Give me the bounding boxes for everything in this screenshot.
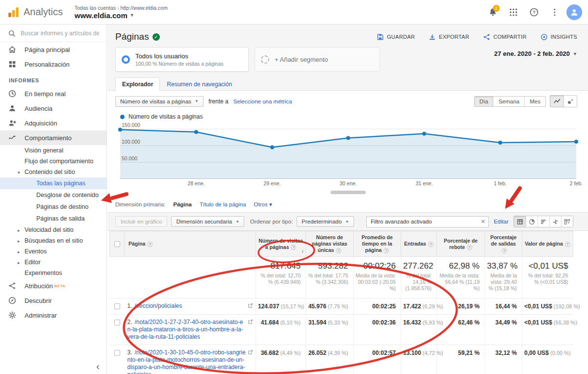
help-icon[interactable]: ? — [383, 248, 389, 253]
sidebar-item-experiments[interactable]: Experimentos — [0, 268, 106, 278]
segment-all-users[interactable]: Todos los usuarios 100,00 % Número de vi… — [115, 47, 249, 72]
page-link[interactable]: /nota/2020-1-30-10-45-0-otro-robo-sangri… — [128, 349, 246, 374]
sidebar: Página principal Personalización INFORME… — [0, 25, 107, 374]
row-checkbox[interactable] — [114, 303, 120, 309]
chevron-right-icon: ▸ — [18, 226, 20, 234]
granularity-week-button[interactable]: Semana — [493, 97, 524, 106]
column-header-unique-pageviews[interactable]: Número de páginas vistas únicas? — [306, 231, 354, 257]
account-switcher[interactable]: Todas las cuentas›http://www.eldia.com w… — [75, 5, 168, 20]
metric-percent: (4,39 %) — [326, 350, 348, 356]
dimension-page-title[interactable]: Título de la página — [200, 201, 246, 207]
help-icon[interactable]: ? — [428, 242, 434, 247]
plot-rows-button[interactable]: Incluir en gráfico — [115, 216, 167, 227]
metric-percent: (192,08 %) — [552, 303, 580, 309]
dimension-other[interactable]: Otros ▾ — [254, 201, 272, 208]
sidebar-item-acquisition[interactable]: Adquisición — [0, 116, 106, 130]
open-page-icon[interactable] — [248, 319, 253, 324]
avatar[interactable] — [566, 4, 582, 20]
apps-grid-button[interactable] — [505, 3, 522, 21]
granularity-day-button[interactable]: Día — [475, 97, 493, 106]
secondary-dimension-selector[interactable]: Dimensión secundaria ▼ — [171, 216, 244, 227]
open-page-icon[interactable] — [248, 303, 253, 308]
row-checkbox[interactable] — [114, 320, 120, 325]
sidebar-item-events[interactable]: ▸ Eventos — [0, 246, 106, 257]
sidebar-item-site-content[interactable]: ▾ Contenido del sitio — [0, 167, 106, 177]
page-link[interactable]: /nota/2020-1-27-2-37-40-otro-asesinato-e… — [128, 319, 243, 340]
column-header-avg-time[interactable]: Promedio de tiempo en la página? — [354, 231, 401, 257]
analytics-home-link[interactable]: Analytics — [0, 6, 68, 19]
sidebar-item-behavior[interactable]: Comportamiento — [0, 130, 106, 145]
help-icon[interactable]: ? — [467, 245, 472, 250]
column-header-page[interactable]: Página? — [125, 231, 256, 257]
notifications-button[interactable]: 2 — [484, 3, 502, 21]
sidebar-item-landing-pages[interactable]: Páginas de destino — [0, 201, 106, 213]
export-button[interactable]: EXPORTAR — [429, 33, 469, 41]
sidebar-item-realtime[interactable]: En tiempo real — [0, 86, 106, 101]
sidebar-item-admin[interactable]: Administrar — [0, 308, 106, 323]
sidebar-item-exit-pages[interactable]: Páginas de salida — [0, 213, 106, 224]
metric-selector[interactable]: Número de visitas a páginas ▼ — [115, 96, 204, 107]
chart-scroll-handle[interactable] — [331, 191, 366, 194]
performance-view-button[interactable] — [537, 216, 549, 227]
sidebar-item-behavior-flow[interactable]: Flujo del comportamiento — [0, 156, 106, 167]
sidebar-item-overview[interactable]: Visión general — [0, 145, 106, 156]
sidebar-item-customization[interactable]: Personalización — [0, 57, 106, 72]
line-chart-plot[interactable] — [120, 124, 576, 179]
edit-filter-link[interactable]: Editar — [494, 219, 509, 224]
dimension-page[interactable]: Página — [173, 201, 192, 207]
help-button[interactable]: ? — [525, 3, 543, 21]
column-header-pageviews[interactable]: Número de visitas a páginas?↓ — [256, 231, 306, 257]
save-button[interactable]: GUARDAR — [377, 33, 415, 41]
pivot-view-button[interactable] — [561, 216, 573, 227]
help-icon[interactable]: ? — [291, 245, 296, 250]
page-link[interactable]: /seccion/policiales — [135, 302, 182, 309]
column-header-bounce-rate[interactable]: Porcentaje de rebote? — [437, 231, 485, 257]
sidebar-collapse-button[interactable]: ‹ — [96, 361, 100, 371]
open-page-icon[interactable] — [248, 349, 253, 355]
sidebar-item-all-pages[interactable]: Todas las páginas — [0, 177, 106, 189]
more-options-button[interactable] — [546, 3, 563, 21]
sidebar-item-site-search[interactable]: ▸ Búsquedas en el sitio — [0, 235, 106, 246]
column-header-exit-rate[interactable]: Porcentaje de salidas? — [485, 231, 522, 257]
comparison-view-button[interactable] — [549, 216, 561, 227]
add-segment-button[interactable]: + Añadir segmento — [255, 47, 380, 72]
row-checkbox[interactable] — [114, 350, 120, 356]
clear-filter-icon[interactable]: ✕ — [481, 218, 486, 225]
insights-button[interactable]: INSIGHTS — [540, 33, 577, 41]
help-icon[interactable]: ? — [336, 248, 341, 253]
sidebar-item-publisher[interactable]: ▸ Editor — [0, 257, 106, 268]
sidebar-item-discover[interactable]: Descubrir — [0, 293, 106, 308]
tab-resumen-navegacion[interactable]: Resumen de navegación — [160, 78, 239, 91]
sidebar-item-home[interactable]: Página principal — [0, 42, 106, 57]
sidebar-item-content-drilldown[interactable]: Desglose de contenido — [0, 189, 106, 201]
select-all-checkbox[interactable] — [114, 241, 120, 247]
percentage-view-button[interactable] — [526, 216, 537, 227]
column-header-page-value[interactable]: Valor de página? — [522, 231, 573, 257]
chart-x-axis: 28 ene.29 ene.30 ene.31 ene.1 feb.2 feb. — [120, 180, 576, 188]
page-title: Páginas — [115, 31, 149, 42]
apps-grid-icon — [509, 7, 518, 17]
traffic-line-chart: 50.000100.000150.000 28 ene.29 ene.30 en… — [120, 124, 576, 194]
share-icon — [483, 33, 490, 41]
granularity-month-button[interactable]: Mes — [524, 97, 545, 106]
help-icon[interactable]: ? — [502, 248, 507, 253]
search-input[interactable] — [21, 30, 99, 37]
line-chart-view-button[interactable] — [550, 96, 563, 107]
motion-chart-view-button[interactable] — [563, 96, 577, 107]
date-range-selector[interactable]: 27 ene. 2020 - 2 feb. 2020 ▼ — [494, 47, 577, 57]
share-button[interactable]: COMPARTIR — [483, 33, 527, 41]
help-icon[interactable]: ? — [147, 242, 153, 247]
data-view-button[interactable] — [514, 216, 526, 227]
sidebar-search[interactable] — [0, 25, 106, 42]
metric-percent: (7,75 %) — [326, 303, 348, 309]
help-icon[interactable]: ? — [565, 242, 570, 247]
select-metric-link[interactable]: Seleccione una métrica — [233, 99, 292, 104]
pie-chart-icon — [529, 219, 535, 225]
sidebar-item-site-speed[interactable]: ▸ Velocidad del sitio — [0, 224, 106, 235]
column-header-entrances[interactable]: Entradas? — [401, 231, 437, 257]
sidebar-item-audience[interactable]: Audiencia — [0, 101, 106, 116]
tab-explorador[interactable]: Explorador — [115, 77, 160, 91]
advanced-filter-chip[interactable]: Filtro avanzado activado ✕ — [366, 216, 489, 227]
sort-type-selector[interactable]: Predeterminado ▼ — [297, 216, 354, 227]
sidebar-item-attribution[interactable]: Atribución BETA — [0, 278, 106, 293]
